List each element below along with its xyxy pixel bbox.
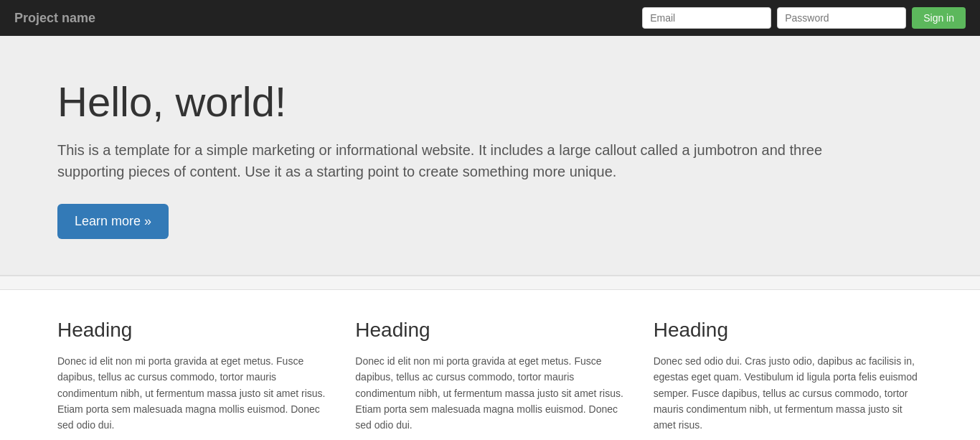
navbar-right: Sign in	[642, 7, 966, 29]
column-3: Heading Donec sed odio dui. Cras justo o…	[654, 319, 923, 440]
learn-more-button[interactable]: Learn more »	[57, 204, 169, 239]
navbar: Project name Sign in	[0, 0, 980, 36]
jumbotron-title: Hello, world!	[57, 79, 923, 125]
jumbotron-description: This is a template for a simple marketin…	[57, 139, 847, 182]
section-divider	[0, 276, 980, 290]
column-3-text: Donec sed odio dui. Cras justo odio, dap…	[654, 353, 923, 434]
email-input[interactable]	[642, 7, 771, 29]
column-1-heading: Heading	[57, 319, 326, 342]
password-input[interactable]	[777, 7, 906, 29]
column-3-heading: Heading	[654, 319, 923, 342]
signin-button[interactable]: Sign in	[912, 7, 966, 29]
column-1: Heading Donec id elit non mi porta gravi…	[57, 319, 326, 440]
column-2: Heading Donec id elit non mi porta gravi…	[355, 319, 624, 440]
column-2-heading: Heading	[355, 319, 624, 342]
content-section: Heading Donec id elit non mi porta gravi…	[0, 290, 980, 440]
columns-container: Heading Donec id elit non mi porta gravi…	[57, 319, 923, 440]
navbar-brand[interactable]: Project name	[14, 11, 95, 26]
column-1-text: Donec id elit non mi porta gravida at eg…	[57, 353, 326, 434]
jumbotron: Hello, world! This is a template for a s…	[0, 36, 980, 276]
column-2-text: Donec id elit non mi porta gravida at eg…	[355, 353, 624, 434]
